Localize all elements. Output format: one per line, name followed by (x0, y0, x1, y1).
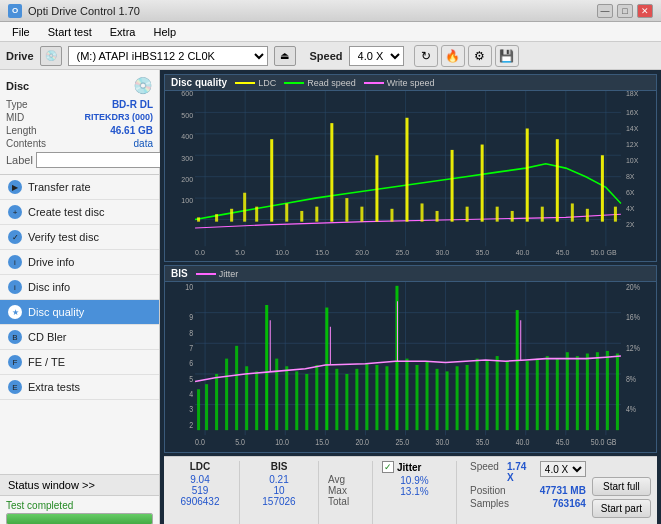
progress-bar (6, 513, 153, 524)
start-part-button[interactable]: Start part (592, 499, 651, 518)
svg-rect-156 (616, 354, 619, 431)
sidebar-item-cd-bler[interactable]: B CD Bler (0, 325, 159, 350)
svg-rect-57 (390, 209, 393, 222)
minimize-button[interactable]: — (597, 4, 613, 18)
contents-label: Contents (6, 138, 46, 149)
svg-rect-120 (255, 371, 258, 430)
sidebar-item-disc-info[interactable]: i Disc info (0, 275, 159, 300)
svg-rect-46 (230, 209, 233, 222)
svg-text:6: 6 (189, 358, 193, 368)
svg-text:4X: 4X (626, 204, 635, 213)
svg-rect-147 (526, 361, 529, 430)
row-labels: . Avg Max Total (328, 461, 363, 524)
max-label: Max (328, 485, 363, 496)
svg-rect-148 (536, 359, 539, 431)
read-speed-legend: Read speed (284, 78, 356, 88)
close-button[interactable]: ✕ (637, 4, 653, 18)
sidebar-item-drive-info[interactable]: i Drive info (0, 250, 159, 275)
sidebar-item-create-test-disc[interactable]: + Create test disc (0, 200, 159, 225)
chart-top-svg: 600 500 400 300 200 100 18X 16X 14X 12X … (165, 91, 656, 257)
svg-rect-137 (426, 361, 429, 430)
sidebar-item-transfer-rate[interactable]: ▶ Transfer rate (0, 175, 159, 200)
disc-quality-icon: ★ (8, 305, 22, 319)
svg-rect-127 (325, 308, 328, 431)
jitter-check-row: ✓ Jitter (382, 461, 447, 473)
title-bar: O Opti Drive Control 1.70 — □ ✕ (0, 0, 661, 22)
menu-help[interactable]: Help (145, 24, 184, 40)
svg-text:2X: 2X (626, 220, 635, 229)
status-window-button[interactable]: Status window >> (0, 475, 159, 496)
svg-rect-117 (225, 359, 228, 431)
burn-button[interactable]: 🔥 (441, 45, 465, 67)
create-test-disc-icon: + (8, 205, 22, 219)
toolbar-buttons: ↻ 🔥 ⚙ 💾 (414, 45, 519, 67)
disc-quality-chart: Disc quality LDC Read speed Write speed (164, 74, 657, 262)
sidebar-item-disc-quality[interactable]: ★ Disc quality (0, 300, 159, 325)
settings-button[interactable]: ⚙ (468, 45, 492, 67)
svg-text:4%: 4% (626, 404, 636, 414)
svg-rect-131 (365, 364, 368, 430)
svg-rect-133 (385, 366, 388, 430)
drive-info-icon: i (8, 255, 22, 269)
svg-rect-50 (285, 203, 288, 221)
svg-text:10.0: 10.0 (275, 248, 289, 257)
svg-text:10: 10 (185, 282, 193, 292)
svg-text:5: 5 (189, 374, 193, 384)
jitter-legend-color (196, 273, 216, 275)
svg-rect-129 (345, 374, 348, 430)
drive-select[interactable]: (M:) ATAPI iHBS112 2 CL0K (68, 46, 268, 66)
svg-rect-49 (270, 139, 273, 221)
menu-extra[interactable]: Extra (102, 24, 144, 40)
fe-te-icon: F (8, 355, 22, 369)
ldc-stats: LDC 9.04 519 6906432 (170, 461, 230, 524)
eject-button[interactable]: ⏏ (274, 46, 296, 66)
svg-text:40.0: 40.0 (516, 438, 530, 448)
save-button[interactable]: 💾 (495, 45, 519, 67)
sidebar-item-fe-te[interactable]: F FE / TE (0, 350, 159, 375)
sidebar-item-extra-tests[interactable]: E Extra tests (0, 375, 159, 400)
svg-rect-153 (586, 354, 589, 431)
disc-info-section: Disc 💿 Type BD-R DL MID RITEKDR3 (000) L… (0, 70, 159, 175)
svg-rect-69 (571, 203, 574, 221)
samples-key: Samples (470, 498, 509, 509)
speed-select-stats[interactable]: 4.0 X (540, 461, 586, 477)
label-input[interactable] (36, 152, 169, 168)
speed-key: Speed (470, 461, 499, 483)
menu-bar: File Start test Extra Help (0, 22, 661, 42)
svg-rect-116 (215, 374, 218, 430)
jitter-avg-val: 10.9% (382, 475, 447, 486)
sidebar: Disc 💿 Type BD-R DL MID RITEKDR3 (000) L… (0, 70, 160, 524)
svg-text:30.0: 30.0 (436, 248, 450, 257)
svg-text:8: 8 (189, 328, 193, 338)
svg-text:600: 600 (181, 91, 193, 98)
svg-rect-126 (315, 365, 318, 430)
menu-file[interactable]: File (4, 24, 38, 40)
type-label: Type (6, 99, 28, 110)
start-full-button[interactable]: Start full (592, 477, 651, 496)
svg-text:400: 400 (181, 132, 193, 141)
svg-rect-73 (165, 282, 656, 448)
total-label: Total (328, 496, 363, 507)
bis-avg-val: 0.21 (249, 474, 309, 485)
length-label: Length (6, 125, 37, 136)
speed-select[interactable]: 4.0 X (349, 46, 404, 66)
disc-icon: 💿 (133, 76, 153, 95)
verify-test-disc-icon: ✓ (8, 230, 22, 244)
svg-rect-119 (245, 366, 248, 430)
svg-text:16%: 16% (626, 313, 640, 323)
refresh-button[interactable]: ↻ (414, 45, 438, 67)
svg-rect-155 (606, 351, 609, 430)
svg-text:14X: 14X (626, 123, 639, 132)
svg-rect-62 (466, 207, 469, 222)
svg-text:4: 4 (189, 389, 193, 399)
svg-text:25.0: 25.0 (395, 248, 409, 257)
sidebar-item-verify-test-disc[interactable]: ✓ Verify test disc (0, 225, 159, 250)
svg-text:15.0: 15.0 (315, 438, 329, 448)
transfer-rate-icon: ▶ (8, 180, 22, 194)
speed-val: 1.74 X (507, 461, 528, 483)
svg-text:20.0: 20.0 (355, 248, 369, 257)
menu-start-test[interactable]: Start test (40, 24, 100, 40)
jitter-checkbox[interactable]: ✓ (382, 461, 394, 473)
write-speed-legend: Write speed (364, 78, 435, 88)
maximize-button[interactable]: □ (617, 4, 633, 18)
